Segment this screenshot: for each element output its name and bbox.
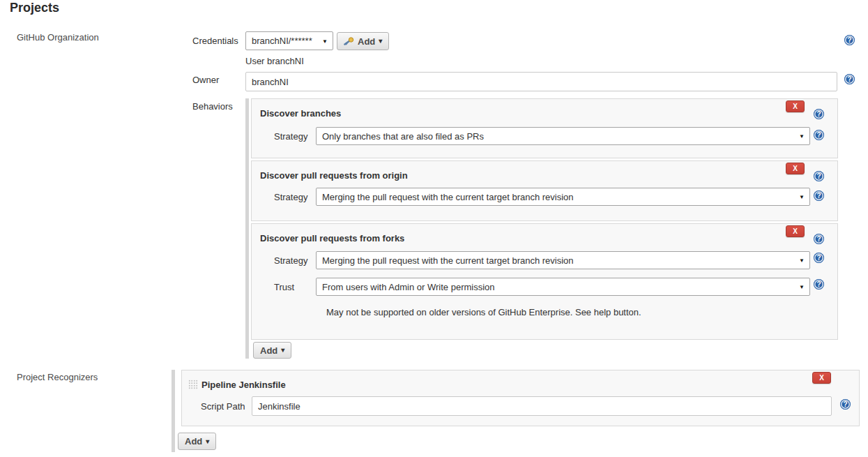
chevron-down-icon: ▼ — [799, 257, 805, 264]
question-mark: ? — [816, 110, 821, 118]
question-mark: ? — [843, 400, 847, 408]
trust-select-value: From users with Admin or Write permissio… — [322, 282, 495, 292]
trust-label: Trust — [274, 282, 294, 292]
question-mark: ? — [847, 36, 851, 44]
add-credentials-label: Add — [358, 36, 375, 47]
add-behavior-label: Add — [260, 345, 277, 356]
section-title: Discover pull requests from forks — [260, 233, 404, 244]
section-title: Discover branches — [260, 108, 341, 119]
remove-recognizer-button[interactable]: X — [812, 372, 831, 384]
credentials-description: User branchNI — [245, 56, 304, 66]
caret-down-icon: ▾ — [206, 438, 209, 445]
strategy-select-value: Merging the pull request with the curren… — [322, 255, 574, 266]
question-mark: ? — [816, 172, 821, 180]
credentials-select[interactable]: branchNI/****** ▼ — [245, 31, 333, 50]
strategy-select-value: Only branches that are also filed as PRs — [322, 131, 484, 142]
strategy-help-icon[interactable]: ? — [814, 190, 824, 201]
question-mark: ? — [816, 280, 821, 288]
caret-down-icon: ▾ — [379, 38, 382, 45]
trust-help-icon[interactable]: ? — [814, 279, 824, 290]
owner-label: Owner — [192, 75, 219, 85]
behavior-section-discover-pr-forks: Discover pull requests from forks X ? St… — [251, 223, 838, 340]
section-help-icon[interactable]: ? — [814, 171, 824, 181]
page-title: Projects — [10, 1, 59, 15]
drag-handle-icon[interactable] — [188, 380, 198, 390]
script-path-label: Script Path — [201, 401, 245, 412]
behavior-section-discover-pr-origin: Discover pull requests from origin X ? S… — [251, 160, 838, 221]
strategy-label: Strategy — [274, 255, 307, 266]
strategy-select[interactable]: Merging the pull request with the curren… — [316, 188, 810, 206]
owner-help-icon[interactable]: ? — [844, 74, 855, 84]
add-recognizer-button[interactable]: Add ▾ — [178, 433, 216, 450]
question-mark: ? — [816, 131, 821, 139]
strategy-label: Strategy — [274, 192, 307, 202]
strategy-select[interactable]: Only branches that are also filed as PRs… — [316, 127, 810, 145]
strategy-select[interactable]: Merging the pull request with the curren… — [316, 251, 810, 269]
chevron-down-icon: ▼ — [799, 284, 805, 290]
section-help-icon[interactable]: ? — [814, 234, 824, 244]
script-path-help-icon[interactable]: ? — [840, 399, 851, 410]
question-mark: ? — [816, 192, 821, 200]
section-title: Discover pull requests from origin — [260, 170, 408, 181]
recognizers-repeatable-bar — [172, 370, 175, 452]
chevron-down-icon: ▼ — [799, 194, 805, 200]
remove-behavior-button[interactable]: X — [786, 225, 805, 237]
github-enterprise-note: May not be supported on older versions o… — [326, 307, 641, 317]
key-icon — [344, 37, 354, 45]
behaviors-repeatable-bar — [245, 98, 249, 359]
credentials-select-value: branchNI/****** — [252, 36, 312, 46]
add-credentials-button[interactable]: Add ▾ — [337, 32, 389, 50]
trust-select[interactable]: From users with Admin or Write permissio… — [316, 278, 810, 296]
section-help-icon[interactable]: ? — [814, 109, 824, 119]
chevron-down-icon: ▼ — [322, 38, 328, 44]
project-recognizers-label: Project Recognizers — [17, 372, 98, 382]
behavior-section-discover-branches: Discover branches X ? Strategy Only bran… — [251, 98, 838, 158]
jenkins-project-config-page: Projects GitHub Organization Credentials… — [0, 0, 868, 457]
caret-down-icon: ▾ — [281, 347, 284, 354]
add-behavior-button[interactable]: Add ▾ — [253, 342, 291, 359]
strategy-select-value: Merging the pull request with the curren… — [322, 192, 574, 202]
question-mark: ? — [847, 75, 851, 83]
section-title: Pipeline Jenkinsfile — [201, 380, 286, 390]
question-mark: ? — [816, 235, 821, 243]
remove-behavior-button[interactable]: X — [786, 100, 805, 112]
credentials-label: Credentials — [192, 36, 238, 46]
chevron-down-icon: ▼ — [799, 133, 805, 140]
credentials-help-icon[interactable]: ? — [844, 35, 855, 45]
behaviors-label: Behaviors — [192, 101, 233, 112]
github-organization-label: GitHub Organization — [17, 32, 99, 43]
script-path-input[interactable] — [252, 396, 832, 416]
remove-behavior-button[interactable]: X — [786, 163, 805, 174]
question-mark: ? — [816, 254, 821, 262]
owner-input[interactable] — [245, 72, 837, 91]
strategy-label: Strategy — [274, 131, 307, 142]
strategy-help-icon[interactable]: ? — [814, 253, 824, 263]
recognizer-section-pipeline-jenkinsfile: Pipeline Jenkinsfile X Script Path ? — [181, 370, 860, 426]
strategy-help-icon[interactable]: ? — [814, 130, 824, 140]
add-recognizer-label: Add — [185, 436, 202, 447]
